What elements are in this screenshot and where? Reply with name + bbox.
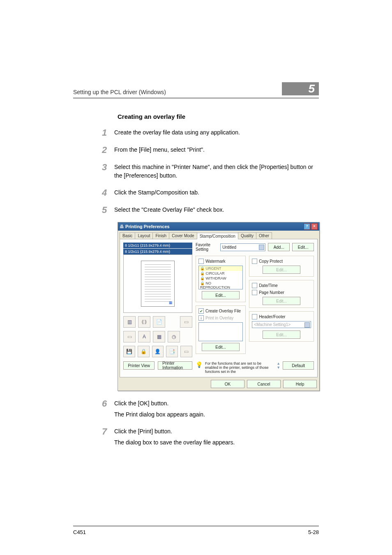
date-group: Date/Time Page Number Edit... <box>249 280 314 308</box>
favorite-select[interactable]: Untitled <box>220 243 265 251</box>
create-overlay-label: Create Overlay File <box>205 309 241 313</box>
overlay-edit-button[interactable]: Edit... <box>202 343 240 351</box>
step-number: 6 <box>102 399 114 419</box>
step-number: 5 <box>102 206 114 215</box>
cancel-button[interactable]: Cancel <box>247 380 281 388</box>
header-footer-checkbox[interactable] <box>252 314 257 319</box>
favorite-label: Favorite Setting <box>196 243 218 252</box>
footer-rule <box>73 526 319 526</box>
watermark-label: Watermark <box>205 259 226 264</box>
running-header: Setting up the PCL driver (Windows) <box>73 89 166 95</box>
lightbulb-icon: 💡 <box>196 361 203 368</box>
tab-finish[interactable]: Finish <box>152 232 169 239</box>
tool-icon[interactable]: 💾 <box>123 346 135 357</box>
tool-icon[interactable]: ▭ <box>180 346 192 357</box>
header-footer-select[interactable]: <Machine Setting1> <box>252 321 311 328</box>
tab-cover-mode[interactable]: Cover Mode <box>169 232 197 239</box>
default-button[interactable]: Default <box>283 361 314 370</box>
step-number: 7 <box>102 427 114 447</box>
help-button[interactable]: Help <box>283 380 317 388</box>
tab-layout[interactable]: Layout <box>135 232 153 239</box>
step-text: Click the [Print] button. The dialog box… <box>114 427 235 447</box>
watermark-group: Watermark 🔒 URGENT 🔒 CIRCULAR 🔒 WITHDRAW… <box>196 256 246 302</box>
step-text: Create the overlay file data using any a… <box>114 128 240 137</box>
header-footer-edit-button[interactable]: Edit... <box>263 331 300 339</box>
tab-basic[interactable]: Basic <box>120 232 135 239</box>
header-rule <box>73 98 319 98</box>
overlay-list[interactable] <box>198 322 243 341</box>
printer-view-button[interactable]: Printer View <box>123 361 154 370</box>
scroll-arrows-icon[interactable]: ▲▼ <box>277 361 280 370</box>
tab-stamp-composition[interactable]: Stamp/Composition <box>197 233 238 239</box>
step-number: 1 <box>102 128 114 137</box>
help-icon[interactable]: ? <box>304 223 310 230</box>
tool-icon[interactable]: ▭ <box>180 316 192 328</box>
tool-icon[interactable]: A <box>138 331 150 342</box>
step-number: 2 <box>102 146 114 155</box>
section-heading: Creating an overlay file <box>118 113 319 120</box>
header-footer-group: Header/Footer <Machine Setting1> Edit... <box>249 311 314 342</box>
favorite-add-button[interactable]: Add... <box>268 243 290 251</box>
list-item[interactable]: 🔒 URGENT <box>199 266 242 271</box>
window-title: 🖶 Printing Preferences <box>120 224 170 229</box>
tool-icon[interactable]: ◷ <box>168 331 180 342</box>
list-item[interactable]: 🔒 CIRCULAR <box>199 271 242 276</box>
tool-icon[interactable]: 📄 <box>153 316 165 328</box>
window-titlebar: 🖶 Printing Preferences ? × <box>118 222 319 231</box>
page-number-label: Page Number <box>259 290 284 295</box>
info-note: For the functions that are set to be ena… <box>205 361 274 374</box>
watermark-list[interactable]: 🔒 URGENT 🔒 CIRCULAR 🔒 WITHDRAW 🔒 NO REPR… <box>198 266 243 289</box>
print-in-overlay-label: Print in Overlay <box>205 316 233 320</box>
screenshot-figure: 🖶 Printing Preferences ? × Basic Layout … <box>118 222 319 391</box>
step-text: Click the [OK] button. The Print dialog … <box>114 399 205 419</box>
tool-icon[interactable]: ▭ <box>123 331 136 342</box>
ok-button[interactable]: OK <box>211 380 244 388</box>
paper-size-output: 8 1/2x11 (215.9x279.4 mm) <box>123 249 192 254</box>
watermark-edit-button[interactable]: Edit... <box>202 291 240 299</box>
copy-protect-checkbox[interactable] <box>252 259 257 264</box>
create-overlay-checkbox[interactable]: ✔ <box>198 308 204 314</box>
overlay-group: ✔Create Overlay File iPrint in Overlay E… <box>196 305 246 354</box>
list-item[interactable]: 🔒 WITHDRAW <box>199 276 242 281</box>
watermark-checkbox[interactable] <box>198 259 204 264</box>
step-number: 4 <box>102 188 114 197</box>
date-time-checkbox[interactable] <box>252 283 257 288</box>
step-text: Click the Stamp/Composition tab. <box>114 188 199 197</box>
copy-protect-edit-button[interactable]: Edit... <box>263 266 300 274</box>
footer-page: 5-28 <box>308 529 319 535</box>
copy-protect-group: Copy Protect Edit... <box>249 256 314 277</box>
paper-size-original: 8 1/2x11 (215.9x279.4 mm) <box>123 243 192 248</box>
step-text: Select the "Create Overlay File" check b… <box>114 206 224 215</box>
step-text: Select this machine in "Printer Name", a… <box>114 163 319 180</box>
tool-icon[interactable]: 👤 <box>152 346 164 357</box>
print-in-overlay-checkbox: i <box>198 315 204 321</box>
copy-protect-label: Copy Protect <box>259 259 283 264</box>
step-number: 3 <box>102 163 114 180</box>
printer-info-button[interactable]: Printer Information <box>158 361 192 370</box>
tab-bar: Basic Layout Finish Cover Mode Stamp/Com… <box>118 231 319 239</box>
chapter-number: 5 <box>282 82 319 95</box>
tool-icon[interactable]: 📑 <box>166 346 178 357</box>
footer-model: C451 <box>73 529 86 535</box>
tab-quality[interactable]: Quality <box>238 232 256 239</box>
date-time-label: Date/Time <box>259 283 278 288</box>
tool-icon[interactable]: ⟪⟫ <box>138 316 150 328</box>
page-number-checkbox[interactable] <box>252 290 257 295</box>
page-preview: ▦ <box>123 254 192 313</box>
tool-icon[interactable]: ▦ <box>153 331 165 342</box>
tool-icon[interactable]: ▥ <box>123 316 136 328</box>
step-text: From the [File] menu, select "Print". <box>114 146 205 155</box>
tab-other[interactable]: Other <box>256 232 272 239</box>
tool-icon[interactable]: 🔒 <box>138 346 150 357</box>
favorite-edit-button[interactable]: Edit... <box>292 243 314 251</box>
date-edit-button[interactable]: Edit... <box>263 297 300 305</box>
close-icon[interactable]: × <box>311 223 318 230</box>
list-item[interactable]: 🔒 NO REPRODUCTION <box>199 281 242 289</box>
header-footer-label: Header/Footer <box>259 314 285 319</box>
